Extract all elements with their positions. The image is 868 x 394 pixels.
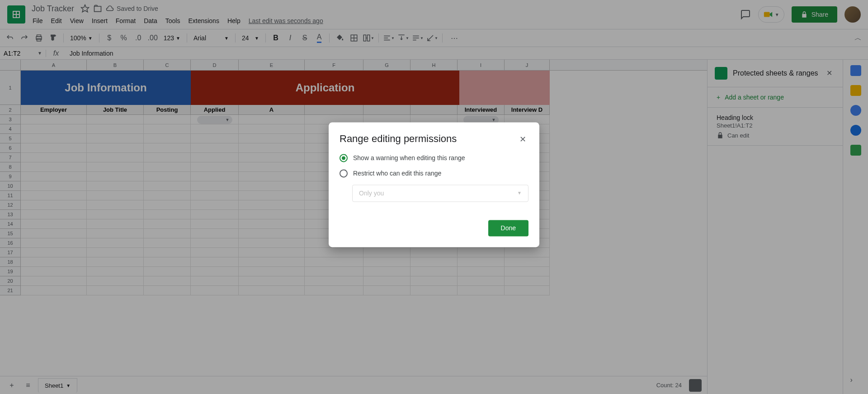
dialog-title: Range editing permissions (340, 133, 457, 145)
radio-label: Restrict who can edit this range (353, 170, 441, 177)
radio-icon (340, 154, 348, 162)
range-permissions-dialog: Range editing permissions ✕ Show a warni… (329, 122, 539, 247)
done-button[interactable]: Done (488, 220, 528, 236)
close-icon[interactable]: ✕ (519, 134, 528, 143)
radio-icon (340, 169, 348, 177)
radio-restrict[interactable]: Restrict who can edit this range (340, 169, 528, 177)
radio-label: Show a warning when editing this range (353, 154, 465, 161)
radio-show-warning[interactable]: Show a warning when editing this range (340, 154, 528, 162)
restrict-select-disabled: Only you ▼ (352, 185, 528, 202)
